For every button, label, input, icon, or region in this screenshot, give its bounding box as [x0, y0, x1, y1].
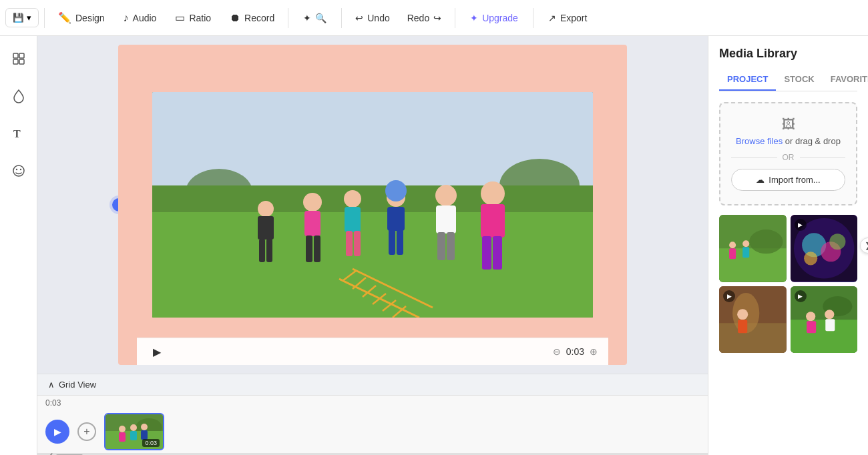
svg-rect-22 [304, 211, 320, 236]
svg-rect-26 [345, 207, 361, 232]
toolbar-divider-1 [44, 8, 45, 28]
svg-rect-33 [397, 230, 403, 255]
canvas-area: ▶ ⊖ 0:03 ⊕ ∧ Grid View 0:03 ▶ + [37, 36, 708, 455]
upgrade-icon: ✦ [470, 13, 478, 23]
undo-icon: ↩ [355, 13, 363, 23]
svg-rect-52 [130, 431, 137, 440]
panel-content: 🖼 Browse files or drag & drop OR ☁ Impor… [708, 91, 868, 455]
svg-rect-41 [493, 236, 502, 270]
undo-label: Undo [367, 13, 389, 23]
search-icon: 🔍 [315, 13, 327, 23]
svg-point-25 [344, 190, 361, 207]
canvas-wrapper: ▶ ⊖ 0:03 ⊕ [37, 36, 708, 374]
svg-point-58 [729, 242, 736, 248]
svg-rect-23 [306, 236, 312, 262]
upload-or-text: or drag & drop [785, 136, 841, 146]
design-button[interactable]: ✏️ Design [50, 7, 113, 28]
undo-button[interactable]: ↩ Undo [347, 9, 397, 27]
save-dropdown-icon: ▾ [27, 13, 31, 23]
svg-rect-1 [19, 53, 24, 58]
scroll-left-arrow[interactable]: ❮ [45, 452, 56, 456]
svg-rect-37 [447, 232, 455, 260]
svg-rect-45 [266, 239, 272, 262]
audio-icon: ♪ [124, 12, 129, 24]
media-thumb-3[interactable]: ▶ [719, 286, 787, 354]
svg-rect-24 [314, 236, 320, 262]
export-label: Export [560, 13, 587, 23]
timeline-add-button[interactable]: + [77, 422, 96, 441]
timeline-header: 0:03 [37, 396, 708, 410]
svg-point-42 [258, 201, 274, 217]
svg-rect-0 [13, 53, 18, 58]
save-button[interactable]: 💾 ▾ [5, 8, 39, 27]
canvas-video [152, 92, 593, 318]
svg-rect-74 [791, 320, 858, 353]
tab-stock[interactable]: STOCK [776, 69, 822, 91]
record-button[interactable]: ⏺ Record [222, 8, 282, 28]
design-icon: ✏️ [58, 11, 71, 24]
import-button[interactable]: ☁ Import from... [731, 169, 845, 191]
redo-button[interactable]: Redo ↪ [399, 9, 449, 27]
toolbar-divider-4 [455, 8, 455, 28]
svg-rect-72 [738, 320, 747, 333]
sidebar-grid-icon[interactable] [7, 47, 31, 71]
grid-view-toggle[interactable]: ∧ Grid View [37, 374, 708, 395]
audio-button[interactable]: ♪ Audio [116, 8, 165, 28]
play-button[interactable]: ▶ [148, 342, 166, 361]
svg-rect-54 [141, 430, 148, 440]
ratio-button[interactable]: ▭ Ratio [167, 7, 219, 28]
toolbar-divider-2 [288, 8, 288, 28]
timeline-clip[interactable]: 0:03 [104, 413, 164, 450]
svg-point-7 [19, 169, 21, 170]
svg-point-49 [119, 426, 126, 432]
sidebar-drop-icon[interactable] [7, 84, 31, 108]
search-button[interactable]: ✦ 🔍 [294, 9, 336, 27]
save-icon: 💾 [13, 13, 24, 23]
svg-point-6 [15, 169, 17, 170]
upgrade-button[interactable]: ✦ Upgrade [461, 9, 527, 27]
tab-favorites[interactable]: FAVORITES [823, 69, 868, 91]
plus-icon[interactable]: ⊕ [590, 346, 598, 357]
upload-area[interactable]: 🖼 Browse files or drag & drop OR ☁ Impor… [719, 102, 857, 205]
svg-rect-43 [258, 216, 274, 240]
svg-point-21 [303, 193, 322, 211]
svg-rect-2 [13, 59, 18, 64]
cloud-icon: ☁ [756, 175, 765, 185]
grid-view-label: Grid View [59, 380, 96, 390]
design-label: Design [75, 13, 105, 23]
svg-rect-79 [825, 319, 835, 331]
time-display: ⊖ 0:03 ⊕ [553, 346, 598, 357]
media-thumb-4[interactable]: ▶ [791, 286, 858, 354]
ratio-label: Ratio [189, 13, 211, 23]
svg-point-57 [749, 230, 783, 254]
svg-rect-40 [482, 236, 491, 270]
svg-rect-32 [389, 230, 395, 255]
record-label: Record [244, 13, 274, 23]
video-indicator-icon: ▶ [795, 219, 807, 231]
or-divider: OR [731, 153, 845, 162]
svg-point-51 [130, 424, 137, 431]
upload-text: Browse files or drag & drop [731, 136, 845, 146]
toolbar-divider-5 [533, 8, 533, 28]
sparkle-icon: ✦ [303, 13, 311, 23]
sidebar-sticker-icon[interactable] [7, 159, 31, 183]
tab-project[interactable]: PROJECT [719, 69, 776, 91]
svg-point-30 [385, 180, 407, 201]
browse-link[interactable]: Browse files [736, 136, 783, 146]
timeline-play-button[interactable]: ▶ [45, 420, 69, 444]
main-area: T [0, 36, 868, 455]
svg-point-34 [435, 185, 457, 206]
toolbar: 💾 ▾ ✏️ Design ♪ Audio ▭ Ratio ⏺ Record ✦… [0, 0, 868, 36]
timeline-body: ▶ + [37, 410, 708, 453]
left-sidebar: T [0, 36, 37, 455]
export-button[interactable]: ↗ Export [539, 9, 596, 27]
timeline: 0:03 ▶ + [37, 395, 708, 455]
svg-rect-50 [119, 432, 126, 442]
sidebar-text-icon[interactable]: T [7, 121, 31, 145]
svg-rect-3 [19, 59, 24, 64]
media-thumb-1[interactable] [719, 215, 787, 282]
canvas-frame[interactable]: ▶ ⊖ 0:03 ⊕ [118, 45, 627, 365]
media-thumb-2[interactable]: ▶ [791, 215, 858, 282]
minus-icon[interactable]: ⊖ [553, 346, 561, 357]
svg-point-71 [737, 309, 748, 320]
